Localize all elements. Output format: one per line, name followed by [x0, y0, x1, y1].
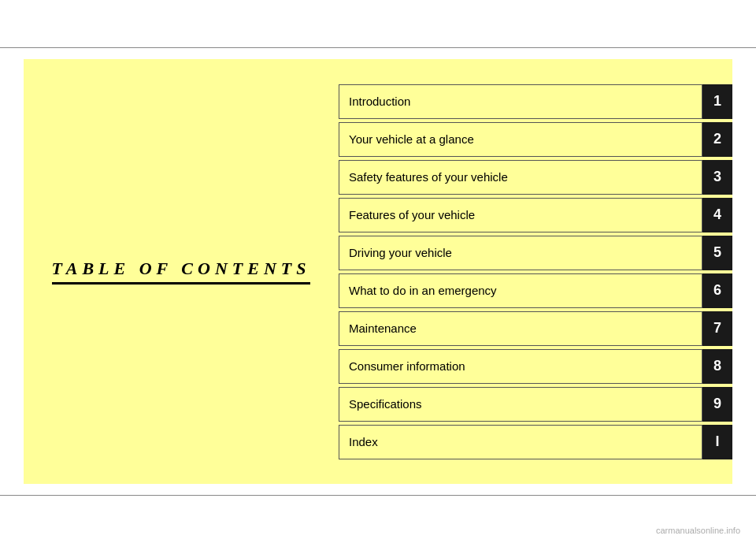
watermark: carmanualsonline.info: [656, 526, 740, 535]
toc-item-label: Specifications: [339, 387, 702, 422]
toc-row[interactable]: IndexI: [339, 425, 732, 459]
toc-row[interactable]: Specifications9: [339, 387, 732, 422]
toc-item-label: Features of your vehicle: [339, 198, 702, 232]
toc-row[interactable]: Features of your vehicle4: [339, 198, 732, 232]
toc-item-label: Consumer information: [339, 349, 702, 384]
toc-item-number: 7: [702, 311, 732, 346]
toc-item-number: 5: [702, 236, 732, 270]
toc-item-label: Introduction: [339, 84, 702, 119]
toc-row[interactable]: Consumer information8: [339, 349, 732, 384]
toc-item-label: Driving your vehicle: [339, 236, 702, 270]
toc-item-number: 6: [702, 273, 732, 308]
toc-item-number: 1: [702, 84, 732, 119]
toc-list: Introduction1Your vehicle at a glance2Sa…: [339, 59, 732, 484]
toc-item-number: 2: [702, 122, 732, 157]
toc-item-label: Safety features of your vehicle: [339, 160, 702, 195]
bottom-divider: [0, 495, 756, 496]
toc-row[interactable]: Driving your vehicle5: [339, 236, 732, 270]
toc-item-label: Index: [339, 425, 702, 459]
toc-item-number: 3: [702, 160, 732, 195]
toc-row[interactable]: Introduction1: [339, 84, 732, 119]
top-divider: [0, 47, 756, 48]
main-container: TABLE OF CONTENTS Introduction1Your vehi…: [24, 59, 732, 484]
toc-item-number: I: [702, 425, 732, 459]
toc-row[interactable]: Your vehicle at a glance2: [339, 122, 732, 157]
toc-row[interactable]: What to do in an emergency6: [339, 273, 732, 308]
toc-title: TABLE OF CONTENTS: [52, 258, 311, 285]
left-panel: TABLE OF CONTENTS: [24, 59, 339, 484]
toc-item-number: 4: [702, 198, 732, 232]
toc-item-number: 9: [702, 387, 732, 422]
toc-item-label: Your vehicle at a glance: [339, 122, 702, 157]
toc-item-label: What to do in an emergency: [339, 273, 702, 308]
toc-item-label: Maintenance: [339, 311, 702, 346]
toc-item-number: 8: [702, 349, 732, 384]
toc-row[interactable]: Maintenance7: [339, 311, 732, 346]
toc-row[interactable]: Safety features of your vehicle3: [339, 160, 732, 195]
